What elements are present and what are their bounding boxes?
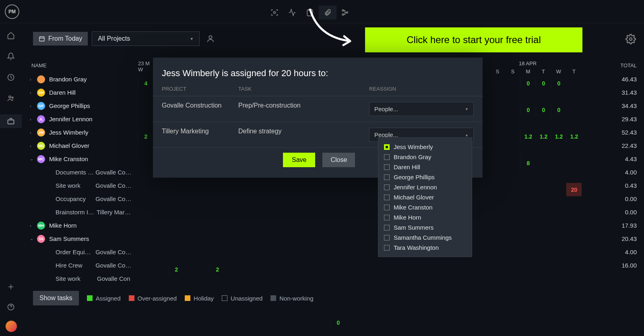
total-value: 34.43 bbox=[620, 99, 637, 112]
total-value: 16.00 bbox=[620, 259, 637, 272]
dropdown-item[interactable]: Brandon Gray bbox=[384, 152, 466, 162]
bell-icon[interactable] bbox=[6, 52, 16, 61]
task-project: Govalle Con bbox=[97, 275, 130, 282]
reassign-select[interactable]: People...▼ bbox=[369, 102, 474, 116]
task-row[interactable]: Brainstorm I…Tillery Mark… bbox=[28, 205, 133, 219]
from-today-label: From Today bbox=[48, 35, 82, 42]
free-trial-cta[interactable]: Click here to start your free trial bbox=[365, 27, 582, 52]
save-button[interactable]: Save bbox=[283, 153, 315, 167]
dropdown-label: Brandon Gray bbox=[394, 153, 431, 160]
clock-icon[interactable] bbox=[6, 73, 16, 82]
task-row[interactable]: Site workGovalle Con… bbox=[28, 179, 133, 192]
avatar: MH bbox=[37, 222, 45, 230]
task-project: Govalle Con… bbox=[95, 249, 133, 255]
checkbox[interactable] bbox=[384, 225, 390, 230]
dropdown-item[interactable]: Tara Washington bbox=[384, 243, 466, 253]
briefcase-icon[interactable] bbox=[0, 114, 22, 128]
chevron-icon: › bbox=[30, 90, 37, 95]
dropdown-item[interactable]: Daren Hill bbox=[384, 162, 466, 172]
person-icon[interactable] bbox=[206, 34, 215, 43]
person-row[interactable]: ›JLJennifer Lennon bbox=[28, 112, 133, 126]
grid-cell: 2 bbox=[210, 263, 225, 276]
legend-unassigned: Unassigned bbox=[222, 295, 262, 302]
dropdown-item[interactable]: Sam Summers bbox=[384, 222, 466, 232]
grid-cell: 0 bbox=[520, 77, 536, 90]
legend-holiday: Holiday bbox=[185, 295, 214, 302]
plus-icon[interactable] bbox=[6, 282, 16, 292]
task-row[interactable]: Order Equip…Govalle Con… bbox=[28, 245, 133, 259]
dropdown-label: Mike Cranston bbox=[394, 204, 433, 211]
sidebar bbox=[0, 23, 22, 336]
total-value: 20.43 bbox=[620, 232, 637, 245]
person-row[interactable]: ›JWJess Wimberly bbox=[28, 126, 133, 139]
task-row[interactable]: Hire CrewGovalle Con… bbox=[28, 259, 133, 272]
checkbox[interactable] bbox=[384, 205, 390, 210]
task-project: Govalle Con… bbox=[95, 262, 133, 269]
people-dropdown[interactable]: Jess WimberlyBrandon GrayDaren HillGeorg… bbox=[378, 137, 472, 257]
projects-select[interactable]: All Projects ▼ bbox=[92, 31, 200, 46]
settings-icon[interactable] bbox=[625, 34, 636, 44]
scan-icon[interactable] bbox=[266, 6, 283, 19]
day-header: M bbox=[520, 68, 536, 75]
svg-point-6 bbox=[9, 96, 11, 98]
modal-project: Tillery Marketing bbox=[162, 128, 238, 142]
dropdown-item[interactable]: Samantha Cummings bbox=[384, 232, 466, 243]
home-icon[interactable] bbox=[6, 31, 16, 40]
total-value: 46.43 bbox=[620, 73, 637, 86]
person-row[interactable]: ›MGMichael Glover bbox=[28, 139, 133, 152]
dropdown-item[interactable]: Mike Cranston bbox=[384, 202, 466, 212]
dropdown-item[interactable]: Mike Horn bbox=[384, 212, 466, 222]
dropdown-item[interactable]: George Phillips bbox=[384, 172, 466, 182]
total-value: 0.00 bbox=[620, 205, 637, 219]
grid-cell: 1.2 bbox=[536, 130, 551, 143]
people-nav-icon[interactable] bbox=[6, 93, 16, 103]
user-avatar[interactable] bbox=[6, 321, 17, 332]
grid-cell: 0 bbox=[520, 103, 536, 116]
filter-toolbar: From Today All Projects ▼ bbox=[33, 31, 215, 46]
from-today-button[interactable]: From Today bbox=[33, 32, 88, 46]
grid-cell: 0 bbox=[536, 77, 551, 90]
task-row[interactable]: Site workGovalle Con bbox=[28, 272, 133, 285]
day-header: S bbox=[490, 68, 505, 75]
clipboard-icon[interactable] bbox=[301, 6, 319, 19]
checkbox[interactable] bbox=[384, 215, 390, 220]
flow-icon[interactable] bbox=[336, 6, 354, 19]
projects-select-label: All Projects bbox=[98, 35, 130, 42]
checkbox[interactable] bbox=[384, 245, 390, 251]
attach-icon[interactable] bbox=[319, 6, 336, 19]
person-row[interactable]: ›GPGeorge Phillips bbox=[28, 99, 133, 112]
task-row[interactable]: Documents …Govalle Con… bbox=[28, 166, 133, 179]
chevron-down-icon: ▼ bbox=[190, 37, 194, 41]
grid-cell: 0 bbox=[551, 77, 566, 90]
checkbox[interactable] bbox=[384, 144, 390, 150]
checkbox[interactable] bbox=[384, 164, 390, 170]
checkbox[interactable] bbox=[384, 235, 390, 241]
dropdown-item[interactable]: Jennifer Lennon bbox=[384, 182, 466, 192]
person-name: Brandon Gray bbox=[49, 76, 87, 83]
person-row[interactable]: ›MHMike Horn bbox=[28, 219, 133, 232]
activity-icon[interactable] bbox=[283, 6, 301, 19]
checkbox[interactable] bbox=[384, 154, 390, 160]
checkbox[interactable] bbox=[384, 185, 390, 190]
dropdown-label: Jess Wimberly bbox=[394, 143, 433, 150]
day-header: T bbox=[566, 68, 582, 75]
checkbox[interactable] bbox=[384, 195, 390, 200]
grid-cell: 20 bbox=[566, 183, 582, 196]
help-icon[interactable] bbox=[6, 302, 16, 312]
total-value: 4.00 bbox=[620, 245, 637, 259]
dropdown-item[interactable]: Michael Glover bbox=[384, 192, 466, 202]
checkbox[interactable] bbox=[384, 174, 390, 180]
task-row[interactable]: OccupancyGovalle Con… bbox=[28, 192, 133, 205]
show-tasks-button[interactable]: Show tasks bbox=[33, 291, 79, 305]
person-row[interactable]: ⌄SSSam Summers bbox=[28, 232, 133, 245]
person-row[interactable]: ›DHDaren Hill bbox=[28, 86, 133, 99]
dropdown-item[interactable]: Jess Wimberly bbox=[384, 142, 466, 152]
legend-over: Over-assigned bbox=[129, 295, 177, 302]
task-project: Govalle Con… bbox=[95, 195, 133, 202]
dropdown-label: Sam Summers bbox=[394, 224, 433, 231]
chevron-icon: › bbox=[30, 117, 37, 122]
svg-point-0 bbox=[274, 12, 276, 14]
person-row[interactable]: ⌄MCMike Cranston bbox=[28, 152, 133, 166]
person-row[interactable]: ›Brandon Gray bbox=[28, 73, 133, 86]
close-button[interactable]: Close bbox=[322, 153, 355, 167]
